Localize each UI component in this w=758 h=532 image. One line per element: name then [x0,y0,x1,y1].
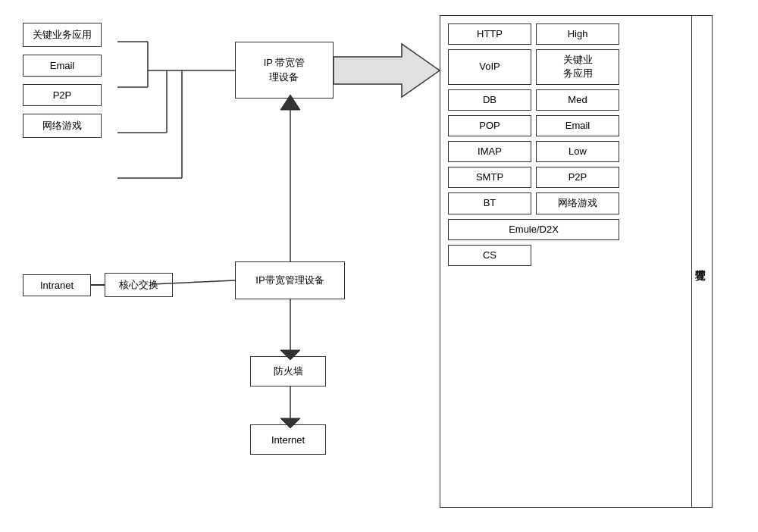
right-box-cs: CS [448,245,531,266]
right-panel: HTTP High VoIP 关键业务应用 DB Med POP Email I… [440,15,713,508]
left-column: 关键业务应用 Email P2P 网络游戏 [23,23,102,138]
right-grid: HTTP High VoIP 关键业务应用 DB Med POP Email I… [448,23,679,271]
box-games: 网络游戏 [23,114,102,138]
firewall-box: 防火墙 [250,356,326,386]
box-p2p: P2P [23,84,102,106]
right-box-med: Med [536,89,619,111]
right-box-smtp: SMTP [448,167,531,188]
right-box-games-r: 网络游戏 [536,192,619,214]
right-box-low: Low [536,141,619,162]
intranet-box: Intranet [23,274,91,296]
right-box-http: HTTP [448,23,531,45]
ip-mgmt-bottom: IP带宽管理设备 [235,261,345,299]
ip-mgmt-top: IP 带宽管 理设备 [235,42,334,99]
internet-box: Internet [250,424,326,455]
right-box-voip: VoIP [448,49,531,84]
right-box-db: DB [448,89,531,111]
diagram-container: 关键业务应用 Email P2P 网络游戏 IP 带宽管 理设备 IP带宽管理设… [0,0,758,532]
right-panel-label: 宽带管理 [691,16,709,507]
right-box-pop: POP [448,115,531,136]
connector-intranet-switch [91,284,105,286]
svg-marker-9 [334,44,440,97]
right-box-email-r: Email [536,115,619,136]
right-box-bt: BT [448,192,531,214]
right-box-emule: Emule/D2X [448,219,619,240]
bottom-row: Intranet 核心交换 [23,273,173,297]
right-box-p2p-r: P2P [536,167,619,188]
core-switch-box: 核心交换 [105,273,173,297]
box-critical-app: 关键业务应用 [23,23,102,47]
right-box-imap: IMAP [448,141,531,162]
right-box-critical-app: 关键业务应用 [536,49,619,84]
right-box-high: High [536,23,619,45]
box-email: Email [23,55,102,77]
